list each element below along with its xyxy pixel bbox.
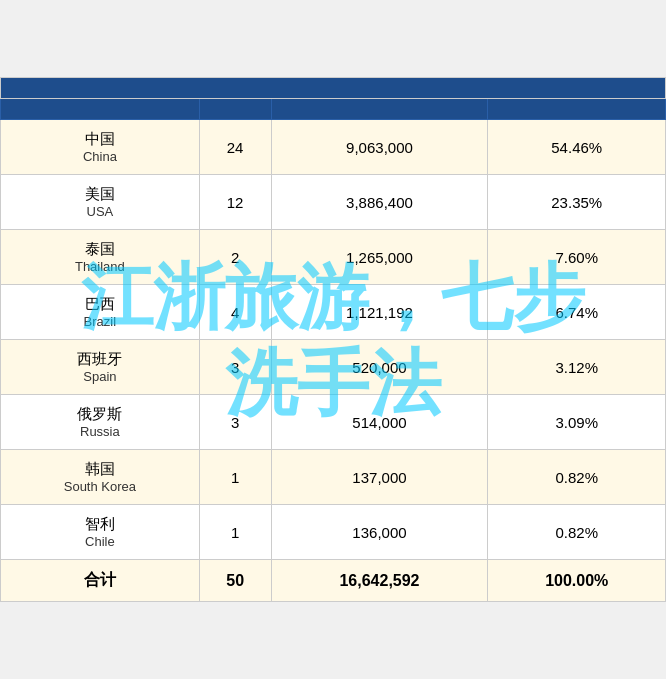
country-cell: 俄罗斯 Russia xyxy=(1,395,200,450)
sows-cell: 137,000 xyxy=(271,450,488,505)
producers-cell: 4 xyxy=(199,285,271,340)
country-name-cn: 美国 xyxy=(7,185,193,204)
header-row xyxy=(1,99,666,120)
country-cell: 韩国 South Korea xyxy=(1,450,200,505)
main-container: 江浙旅游，七步洗手法 xyxy=(0,77,666,602)
table-title xyxy=(1,78,666,99)
country-name-cn: 巴西 xyxy=(7,295,193,314)
sows-cell: 1,265,000 xyxy=(271,230,488,285)
header-sows xyxy=(271,99,488,120)
table-row: 智利 Chile 1 136,000 0.82% xyxy=(1,505,666,560)
country-name-cn: 韩国 xyxy=(7,460,193,479)
sows-cell: 136,000 xyxy=(271,505,488,560)
country-cell: 巴西 Brazil xyxy=(1,285,200,340)
country-name-en: Brazil xyxy=(7,314,193,329)
table-row: 美国 USA 12 3,886,400 23.35% xyxy=(1,175,666,230)
pct-cell: 3.12% xyxy=(488,340,666,395)
header-pct xyxy=(488,99,666,120)
producers-cell: 3 xyxy=(199,340,271,395)
country-name-en: Chile xyxy=(7,534,193,549)
country-name-en: Spain xyxy=(7,369,193,384)
country-cell: 西班牙 Spain xyxy=(1,340,200,395)
total-label: 合计 xyxy=(1,560,200,602)
country-cell: 美国 USA xyxy=(1,175,200,230)
country-cell: 泰国 Thailand xyxy=(1,230,200,285)
pct-cell: 23.35% xyxy=(488,175,666,230)
sows-cell: 1,121,192 xyxy=(271,285,488,340)
country-name-cn: 泰国 xyxy=(7,240,193,259)
data-table: 中国 China 24 9,063,000 54.46% 美国 USA 12 3… xyxy=(0,77,666,602)
pct-cell: 3.09% xyxy=(488,395,666,450)
pct-cell: 6.74% xyxy=(488,285,666,340)
total-row: 合计 50 16,642,592 100.00% xyxy=(1,560,666,602)
country-name-en: China xyxy=(7,149,193,164)
table-row: 西班牙 Spain 3 520,000 3.12% xyxy=(1,340,666,395)
producers-cell: 1 xyxy=(199,450,271,505)
header-producers xyxy=(199,99,271,120)
sows-cell: 9,063,000 xyxy=(271,120,488,175)
pct-cell: 7.60% xyxy=(488,230,666,285)
pct-cell: 0.82% xyxy=(488,450,666,505)
country-name-cn: 智利 xyxy=(7,515,193,534)
pct-cell: 0.82% xyxy=(488,505,666,560)
producers-cell: 12 xyxy=(199,175,271,230)
table-row: 巴西 Brazil 4 1,121,192 6.74% xyxy=(1,285,666,340)
country-cell: 中国 China xyxy=(1,120,200,175)
country-name-en: USA xyxy=(7,204,193,219)
pct-cell: 54.46% xyxy=(488,120,666,175)
producers-cell: 1 xyxy=(199,505,271,560)
sows-cell: 3,886,400 xyxy=(271,175,488,230)
producers-cell: 24 xyxy=(199,120,271,175)
country-name-en: Russia xyxy=(7,424,193,439)
table-row: 韩国 South Korea 1 137,000 0.82% xyxy=(1,450,666,505)
sows-cell: 514,000 xyxy=(271,395,488,450)
producers-cell: 2 xyxy=(199,230,271,285)
country-name-en: Thailand xyxy=(7,259,193,274)
total-sows: 16,642,592 xyxy=(271,560,488,602)
total-producers: 50 xyxy=(199,560,271,602)
table-row: 泰国 Thailand 2 1,265,000 7.60% xyxy=(1,230,666,285)
table-row: 中国 China 24 9,063,000 54.46% xyxy=(1,120,666,175)
country-name-cn: 俄罗斯 xyxy=(7,405,193,424)
sows-cell: 520,000 xyxy=(271,340,488,395)
header-country xyxy=(1,99,200,120)
table-row: 俄罗斯 Russia 3 514,000 3.09% xyxy=(1,395,666,450)
country-name-cn: 西班牙 xyxy=(7,350,193,369)
country-name-en: South Korea xyxy=(7,479,193,494)
total-pct: 100.00% xyxy=(488,560,666,602)
country-cell: 智利 Chile xyxy=(1,505,200,560)
producers-cell: 3 xyxy=(199,395,271,450)
country-name-cn: 中国 xyxy=(7,130,193,149)
